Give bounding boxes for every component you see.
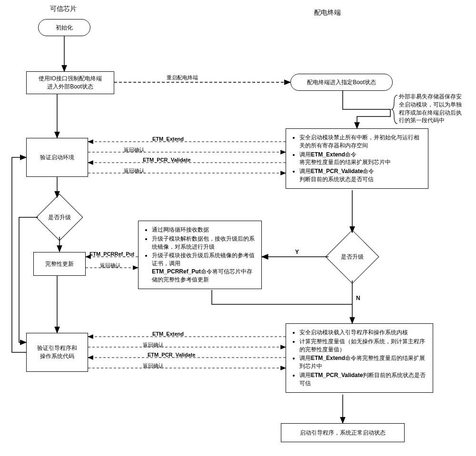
node-label: 初始化	[56, 24, 73, 32]
branch-n: N	[356, 295, 360, 301]
bullet: 安全启动模块禁止所有中断，并初始化与运行相关的所有寄存器和内存空间	[299, 134, 423, 150]
msg-reboot: 重启配电终端	[167, 74, 198, 81]
box-upgrade-detail: 通过网络循环接收数据 升级子模块解析数据包，接收升级后的系统镜像，对系统进行升级…	[138, 221, 262, 289]
node-verify-env: 验证启动环境	[26, 138, 88, 177]
bullet: 调用ETM_Extend命令将完整性度量后的结果扩展到芯片中	[299, 151, 423, 167]
msg-etm-pcr-validate: ETM_PCR_Validate	[143, 157, 190, 163]
box-secure-boot-init: 安全启动模块禁止所有中断，并初始化与运行相关的所有寄存器和内存空间 调用ETM_…	[286, 128, 428, 189]
box-load-os: 安全启动模块载入引导程序和操作系统内核 计算完整性度量值（如无操作系统，则计算主…	[286, 323, 433, 393]
node-upgrade-decision-right: 是否升级	[333, 238, 371, 276]
msg-ack: 返回确认	[124, 146, 145, 154]
msg-etm-extend: ETM_Extend	[152, 136, 184, 142]
node-io-boot: 使用IO接口强制配电终端 进入外部Boot状态	[26, 71, 114, 94]
node-label: 验证引导程序和 操作系统代码	[37, 344, 77, 360]
msg-ack: 返回确认	[143, 341, 164, 349]
node-final: 启动引导程序，系统正常启动状态	[281, 423, 405, 442]
lane-header-left: 可信芯片	[50, 5, 77, 13]
node-label: 完整性更新	[45, 260, 74, 268]
bullet: 调用ETM_PCR_Validate命令判断目前的系统状态是否可信	[299, 167, 423, 184]
decision-label: 是否升级	[341, 253, 364, 261]
msg-etm-extend: ETM_Extend	[152, 331, 184, 337]
decision-label: 是否升级	[48, 213, 71, 222]
msg-ack: 返回确认	[124, 167, 145, 175]
bullet: 调用ETM_Extend命令将完整性度量后的结果扩展到芯片中	[299, 354, 428, 370]
node-upgrade-decision-left: 是否升级	[43, 201, 76, 234]
bullet: 通过网络循环接收数据	[152, 226, 257, 234]
node-integrity-update: 完整性更新	[33, 252, 86, 276]
bullet: 安全启动模块载入引导程序和操作系统内核	[299, 329, 428, 337]
node-label: 启动引导程序，系统正常启动状态	[300, 429, 386, 437]
msg-etm-pcrref-put: ETM_PCRRef_Put	[89, 251, 134, 257]
node-enter-boot: 配电终端进入指定Boot状态	[290, 74, 393, 91]
bullet: 调用ETM_PCR_Validate判断目前的系统状态是否可信	[299, 371, 428, 388]
bullet: 升级子模块接收升级后系统镜像的参考值证书，调用ETM_PCRRef_Put命令将…	[152, 252, 257, 283]
branch-y: Y	[295, 249, 299, 255]
node-init: 初始化	[38, 19, 90, 36]
node-verify-boot-os: 验证引导程序和 操作系统代码	[26, 333, 88, 372]
bullet: 升级子模块解析数据包，接收升级后的系统镜像，对系统进行升级	[152, 235, 257, 251]
node-label: 配电终端进入指定Boot状态	[307, 78, 376, 87]
note-storage: 外部非易失存储器保存安 全启动模块，可以为单独 程序或加在终端启动后执 行的第一…	[399, 93, 475, 125]
msg-ack: 返回确认	[100, 262, 121, 269]
msg-etm-pcr-validate: ETM_PCR_Validate	[148, 352, 195, 358]
msg-ack: 返回确认	[143, 362, 164, 369]
bullet: 计算完整性度量值（如无操作系统，则计算主程序的完整性度量值）	[299, 338, 428, 354]
node-label: 使用IO接口强制配电终端 进入外部Boot状态	[39, 75, 102, 91]
node-label: 验证启动环境	[40, 154, 74, 162]
lane-header-right: 配电终端	[314, 9, 341, 17]
